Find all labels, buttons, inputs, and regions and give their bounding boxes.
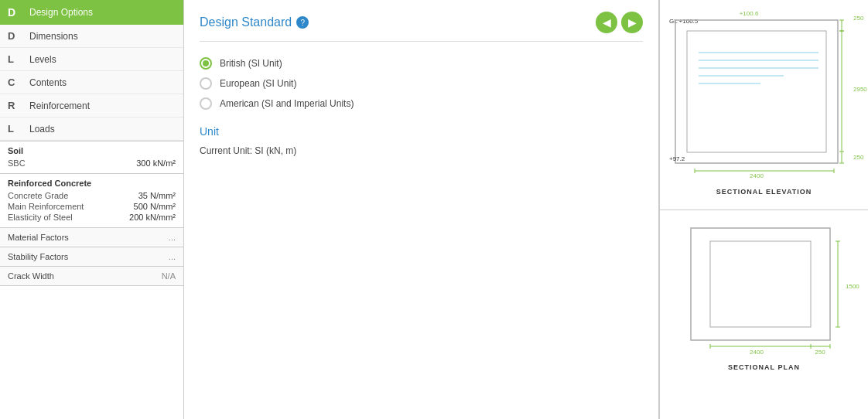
plan-height-label: 1500	[846, 283, 859, 290]
plan-width-label: 2400	[750, 349, 764, 356]
nav-forward-button[interactable]: ▶	[621, 12, 643, 33]
width-dim-label: 2400	[750, 172, 764, 179]
main-content: Design Standard ? ◀ ▶ British (SI Unit) …	[184, 0, 659, 419]
soil-sbc-label: SBC	[8, 158, 26, 168]
crack-width-value: N/A	[162, 271, 176, 281]
soil-title: Soil	[8, 146, 176, 155]
sidebar-letter-4: L	[8, 123, 23, 135]
material-factors-row[interactable]: Material Factors ...	[0, 228, 183, 247]
sidebar-letter-2: C	[8, 77, 23, 88]
plan-diagram: 1500 2400 250 SECTIONAL PLAN	[660, 210, 868, 420]
top-level-label: +100.6	[739, 10, 758, 17]
sidebar-item-design-options[interactable]: D Design Options	[0, 0, 183, 25]
bottom-level-label: +97.2	[669, 155, 685, 162]
plan-outer-rect	[691, 228, 830, 340]
inner-rect	[687, 31, 826, 152]
dim-bottom-right: 250	[853, 154, 864, 161]
dim-height-right: 2950	[853, 86, 867, 93]
elevation-svg: GL +100.5 +100.6 250 2950 250 +97.2	[668, 6, 861, 184]
material-factors-label: Material Factors	[8, 233, 69, 242]
rc-main-label: Main Reinforcement	[8, 202, 84, 211]
rc-main-value: 500 N/mm²	[134, 202, 176, 211]
rc-grade-row: Concrete Grade 35 N/mm²	[8, 190, 176, 201]
stability-factors-row[interactable]: Stability Factors ...	[0, 247, 183, 267]
rc-main-row: Main Reinforcement 500 N/mm²	[8, 201, 176, 212]
main-title-area: Design Standard ?	[200, 15, 309, 29]
sidebar-item-dimensions[interactable]: D Dimensions	[0, 25, 183, 48]
sidebar-label-2: Contents	[29, 77, 67, 88]
info-panels: Soil SBC 300 kN/m² Reinforced Concrete C…	[0, 141, 183, 419]
sidebar-item-reinforcement[interactable]: R Reinforcement	[0, 94, 183, 118]
sidebar-item-loads[interactable]: L Loads	[0, 118, 183, 141]
rc-elasticity-label: Elasticity of Steel	[8, 213, 73, 222]
soil-sbc-row: SBC 300 kN/m²	[8, 158, 176, 169]
radio-label-european: European (SI Unit)	[220, 78, 296, 89]
gl-label: GL +100.5	[669, 18, 699, 25]
sidebar: D Design Options D Dimensions L Levels C…	[0, 0, 184, 419]
stability-factors-value: ...	[169, 252, 176, 261]
elevation-label: SECTIONAL ELEVATION	[716, 188, 812, 196]
radio-european[interactable]: European (SI Unit)	[200, 77, 643, 90]
diagrams: GL +100.5 +100.6 250 2950 250 +97.2	[659, 0, 868, 419]
sidebar-letter-3: R	[8, 100, 23, 111]
sidebar-label-3: Reinforcement	[29, 100, 90, 111]
sidebar-letter-1: L	[8, 53, 23, 65]
plan-svg: 1500 2400 250	[668, 216, 861, 359]
rc-grade-label: Concrete Grade	[8, 191, 68, 200]
rc-title: Reinforced Concrete	[8, 179, 176, 188]
design-standard-title: Design Standard	[200, 15, 292, 29]
reinforced-concrete-panel: Reinforced Concrete Concrete Grade 35 N/…	[0, 174, 183, 228]
material-factors-value: ...	[169, 233, 176, 242]
main-header: Design Standard ? ◀ ▶	[200, 12, 643, 42]
rc-elasticity-value: 200 kN/mm²	[129, 213, 176, 222]
stability-factors-label: Stability Factors	[8, 252, 68, 261]
plan-side-label: 250	[815, 349, 825, 356]
sidebar-label-1: Levels	[29, 54, 56, 65]
sidebar-item-levels[interactable]: L Levels	[0, 48, 183, 71]
soil-panel: Soil SBC 300 kN/m²	[0, 141, 183, 174]
sidebar-letter-0: D	[8, 30, 23, 42]
sidebar-item-contents[interactable]: C Contents	[0, 71, 183, 94]
sidebar-active-letter: D	[8, 6, 23, 19]
radio-circle-american	[200, 97, 212, 110]
nav-buttons: ◀ ▶	[596, 12, 643, 33]
radio-american[interactable]: American (SI and Imperial Units)	[200, 97, 643, 110]
plan-inner-rect	[710, 241, 811, 327]
radio-circle-european	[200, 77, 212, 90]
plan-label: SECTIONAL PLAN	[728, 363, 800, 371]
sidebar-label-0: Dimensions	[29, 31, 78, 42]
sidebar-menu: D Design Options D Dimensions L Levels C…	[0, 0, 183, 141]
nav-back-button[interactable]: ◀	[596, 12, 617, 33]
rc-elasticity-row: Elasticity of Steel 200 kN/mm²	[8, 212, 176, 223]
help-icon[interactable]: ?	[296, 16, 309, 29]
radio-british[interactable]: British (SI Unit)	[200, 57, 643, 70]
crack-width-row: Crack Width N/A	[0, 267, 183, 286]
unit-text: Current Unit: SI (kN, m)	[200, 145, 643, 156]
radio-group: British (SI Unit) European (SI Unit) Ame…	[200, 57, 643, 110]
radio-label-british: British (SI Unit)	[220, 58, 282, 69]
elevation-diagram: GL +100.5 +100.6 250 2950 250 +97.2	[660, 0, 868, 210]
sidebar-active-label: Design Options	[29, 7, 93, 18]
soil-sbc-value: 300 kN/m²	[136, 158, 176, 168]
crack-width-label: Crack Width	[8, 271, 54, 281]
rc-grade-value: 35 N/mm²	[138, 191, 176, 200]
unit-section-title: Unit	[200, 125, 643, 138]
radio-circle-british	[200, 57, 212, 70]
dim-top-right: 250	[853, 15, 864, 22]
outer-rect	[675, 20, 838, 163]
sidebar-label-4: Loads	[29, 124, 55, 135]
radio-label-american: American (SI and Imperial Units)	[220, 98, 354, 109]
